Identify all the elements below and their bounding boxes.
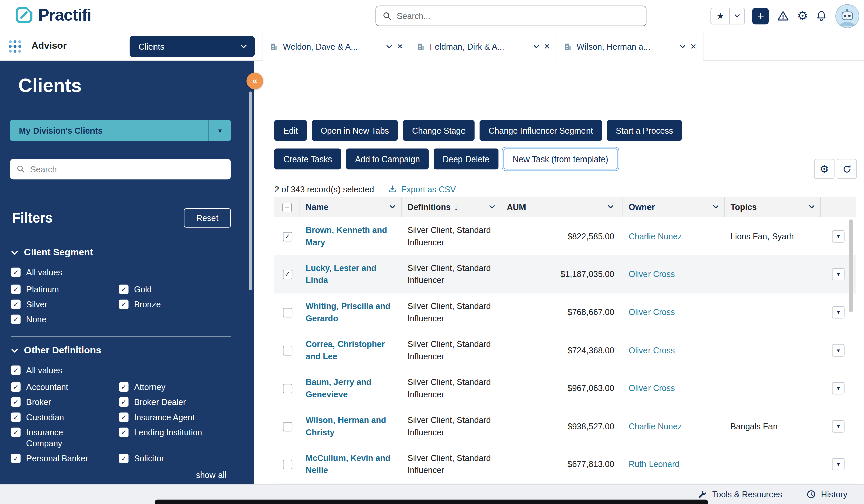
filter-option[interactable]: Silver bbox=[11, 299, 119, 310]
column-header-topics[interactable]: Topics bbox=[725, 197, 821, 217]
checkbox[interactable] bbox=[11, 454, 21, 463]
row-actions-button[interactable]: ▼ bbox=[832, 306, 844, 319]
checkbox[interactable] bbox=[11, 300, 21, 309]
chevron-down-icon[interactable] bbox=[489, 205, 495, 209]
row-actions-button[interactable]: ▼ bbox=[832, 230, 844, 242]
filter-option[interactable]: Attorney bbox=[119, 382, 231, 393]
select-all-checkbox[interactable] bbox=[282, 202, 291, 212]
row-actions-button[interactable]: ▼ bbox=[832, 268, 844, 280]
column-header-aum[interactable]: AUM bbox=[501, 197, 623, 217]
checkbox[interactable] bbox=[11, 365, 21, 375]
checkbox[interactable] bbox=[11, 397, 21, 407]
row-actions-button[interactable]: ▼ bbox=[832, 420, 844, 432]
deep-delete-button[interactable]: Deep Delete bbox=[434, 149, 498, 170]
filter-option[interactable]: Broker bbox=[11, 397, 119, 408]
table-row[interactable]: Whiting, Priscilla and Gerardo Silver Cl… bbox=[275, 293, 856, 331]
table-scrollbar[interactable] bbox=[849, 219, 853, 312]
table-row[interactable]: Correa, Christopher and Lee Silver Clien… bbox=[275, 332, 856, 369]
close-icon[interactable]: × bbox=[544, 41, 550, 51]
filter-option[interactable]: Broker Dealer bbox=[119, 397, 231, 408]
show-all-link[interactable]: show all bbox=[0, 470, 226, 479]
client-name-link[interactable]: Brown, Kenneth and Mary bbox=[305, 224, 396, 248]
checkbox[interactable] bbox=[11, 428, 21, 437]
checkbox[interactable] bbox=[119, 382, 128, 392]
refresh-button[interactable] bbox=[837, 159, 856, 179]
checkbox[interactable] bbox=[119, 428, 128, 437]
table-row[interactable]: Baum, Jerry and Genevieve Silver Client,… bbox=[275, 369, 856, 407]
row-checkbox[interactable] bbox=[283, 270, 292, 279]
row-actions-button[interactable]: ▼ bbox=[832, 458, 844, 470]
checkbox[interactable] bbox=[11, 382, 21, 392]
edit-button[interactable]: Edit bbox=[275, 120, 307, 141]
table-settings-button[interactable]: ⚙ bbox=[814, 159, 835, 179]
chevron-down-icon[interactable] bbox=[386, 45, 393, 49]
owner-link[interactable]: Oliver Cross bbox=[629, 383, 675, 393]
client-name-link[interactable]: Whiting, Priscilla and Gerardo bbox=[305, 300, 396, 324]
favorites-caret[interactable] bbox=[730, 8, 745, 24]
favorites-button[interactable]: ★ bbox=[710, 8, 745, 24]
checkbox[interactable] bbox=[11, 412, 21, 422]
owner-link[interactable]: Charlie Nunez bbox=[629, 231, 682, 241]
checkbox[interactable] bbox=[11, 268, 21, 277]
app-launcher-button[interactable] bbox=[8, 39, 22, 53]
filter-option[interactable]: Platinum bbox=[11, 284, 119, 295]
new-task-from-template-button[interactable]: New Task (from template) bbox=[503, 149, 618, 170]
row-checkbox[interactable] bbox=[283, 346, 292, 355]
row-actions-button[interactable]: ▼ bbox=[832, 382, 844, 394]
checkbox[interactable] bbox=[11, 285, 21, 294]
filter-option[interactable]: All values bbox=[11, 365, 231, 376]
collapse-sidebar-button[interactable]: « bbox=[246, 73, 263, 89]
chevron-down-icon[interactable] bbox=[608, 205, 614, 209]
chevron-down-icon[interactable] bbox=[680, 45, 686, 49]
filter-option[interactable]: Accountant bbox=[11, 382, 119, 393]
table-row[interactable]: Brown, Kenneth and Mary Silver Client, S… bbox=[275, 217, 856, 255]
chevron-down-icon[interactable] bbox=[809, 205, 815, 209]
change-stage-button[interactable]: Change Stage bbox=[403, 120, 475, 141]
sidebar-search-input[interactable] bbox=[30, 164, 224, 173]
checkbox[interactable] bbox=[119, 397, 128, 407]
tab-feldman[interactable]: Feldman, Dirk & A... × bbox=[410, 32, 557, 61]
start-a-process-button[interactable]: Start a Process bbox=[607, 120, 682, 141]
checkbox[interactable] bbox=[119, 300, 128, 309]
row-checkbox[interactable] bbox=[283, 384, 292, 393]
column-header-owner[interactable]: Owner bbox=[623, 197, 724, 217]
client-name-link[interactable]: Correa, Christopher and Lee bbox=[305, 338, 396, 362]
filter-option[interactable]: None bbox=[11, 314, 119, 325]
tab-weldon[interactable]: Weldon, Dave & A... × bbox=[263, 32, 410, 61]
filter-option[interactable]: Gold bbox=[119, 284, 231, 295]
chevron-down-icon[interactable] bbox=[533, 45, 540, 49]
client-name-link[interactable]: Baum, Jerry and Genevieve bbox=[305, 376, 396, 400]
owner-link[interactable]: Ruth Leonard bbox=[629, 459, 680, 469]
open-in-new-tabs-button[interactable]: Open in New Tabs bbox=[312, 120, 398, 141]
add-to-campaign-button[interactable]: Add to Campaign bbox=[346, 149, 429, 170]
sidebar-search[interactable] bbox=[10, 159, 231, 180]
table-row[interactable]: Lucky, Lester and Linda Silver Client, S… bbox=[275, 255, 856, 293]
column-header-name[interactable]: Name bbox=[300, 197, 401, 217]
filter-option[interactable]: Lending Institution bbox=[119, 427, 231, 449]
client-name-link[interactable]: Lucky, Lester and Linda bbox=[305, 262, 396, 286]
star-icon[interactable]: ★ bbox=[711, 8, 730, 24]
tools-resources-button[interactable]: Tools & Resources bbox=[697, 490, 782, 499]
section-header[interactable]: Client Segment bbox=[11, 247, 231, 258]
export-csv-link[interactable]: Export as CSV bbox=[389, 184, 456, 194]
filter-option[interactable]: Custodian bbox=[11, 412, 119, 423]
row-checkbox[interactable] bbox=[283, 460, 292, 469]
notifications-button[interactable] bbox=[815, 10, 828, 22]
history-button[interactable]: History bbox=[807, 490, 847, 499]
row-checkbox[interactable] bbox=[283, 231, 292, 241]
column-header-definitions[interactable]: Definitions ↓ bbox=[402, 197, 501, 217]
client-name-link[interactable]: McCullum, Kevin and Nellie bbox=[305, 452, 396, 476]
section-header[interactable]: Other Definitions bbox=[11, 345, 231, 356]
global-add-button[interactable]: + bbox=[752, 8, 769, 24]
list-view-selector[interactable]: My Division's Clients ▼ bbox=[10, 120, 231, 141]
row-actions-button[interactable]: ▼ bbox=[832, 344, 844, 356]
chevron-down-icon[interactable] bbox=[712, 205, 719, 209]
alerts-button[interactable] bbox=[777, 9, 790, 23]
filter-option[interactable]: Insurance Company bbox=[11, 427, 119, 449]
checkbox[interactable] bbox=[119, 412, 128, 422]
setup-button[interactable]: ⚙ bbox=[797, 10, 808, 22]
global-search-input[interactable] bbox=[397, 11, 639, 21]
chevron-down-icon[interactable] bbox=[389, 205, 395, 209]
workspace-selector[interactable]: Clients bbox=[130, 36, 255, 57]
caret-down-icon[interactable]: ▼ bbox=[208, 120, 231, 141]
